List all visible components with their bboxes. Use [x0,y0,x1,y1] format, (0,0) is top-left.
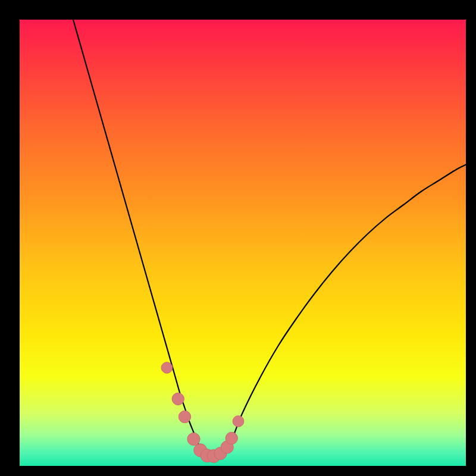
chart-frame: TheBottleneck.com [0,0,476,476]
frame-right [466,0,476,476]
curve-marker [178,411,190,422]
frame-bottom [0,466,476,476]
frame-left [0,0,20,476]
curve-marker [226,432,237,444]
bottleneck-chart [0,0,476,476]
gradient-plot-area [20,20,466,466]
curve-marker [161,362,173,374]
frame-top [0,0,476,20]
curve-marker [172,393,184,405]
curve-marker [187,433,200,445]
curve-marker [233,416,244,427]
